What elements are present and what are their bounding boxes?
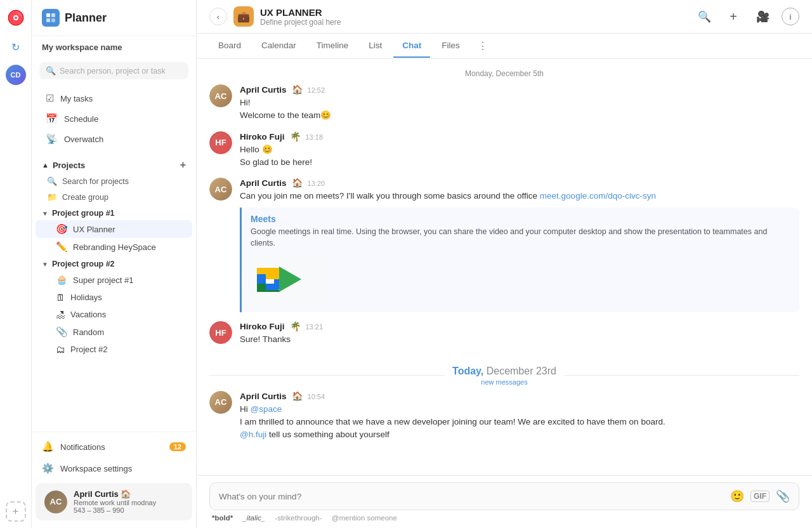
user-status: Remote work until modnay bbox=[74, 499, 183, 506]
message-avatar-hiroko: HF bbox=[209, 321, 232, 344]
search-projects-label: Search for projects bbox=[62, 177, 129, 186]
message-avatar-april: AC bbox=[209, 178, 232, 201]
tab-board[interactable]: Board bbox=[209, 34, 250, 58]
overwatch-icon: 📡 bbox=[46, 133, 58, 145]
project-item-label: Super project #1 bbox=[73, 275, 133, 285]
add-workspace-button[interactable]: + bbox=[6, 501, 26, 522]
sidebar-item-label: Schedule bbox=[64, 114, 98, 124]
super-icon: 🧁 bbox=[56, 274, 68, 286]
tab-calendar[interactable]: Calendar bbox=[252, 34, 305, 58]
project-item-holidays[interactable]: 🗓 Holidays bbox=[36, 289, 192, 306]
sidebar-bottom: 🔔 Notifications 12 ⚙️ Workspace settings… bbox=[32, 432, 196, 528]
gif-button[interactable]: GIF bbox=[750, 491, 769, 502]
tab-files[interactable]: Files bbox=[433, 34, 469, 58]
author-badge-icon: 🏠 bbox=[292, 391, 303, 401]
search-placeholder: Search person, project or task bbox=[60, 67, 166, 76]
message-text: Hello 😊 bbox=[240, 143, 799, 156]
tab-timeline[interactable]: Timeline bbox=[308, 34, 358, 58]
project-item-ux-planner[interactable]: 🎯 UX Planner bbox=[36, 220, 192, 238]
project-item-label: UX Planner bbox=[73, 225, 115, 234]
message-avatar-hiroko: HF bbox=[209, 131, 232, 154]
refresh-icon[interactable]: ↻ bbox=[4, 36, 27, 58]
strikethrough-hint: -strikethrough- bbox=[275, 514, 322, 522]
info-button[interactable]: i bbox=[782, 8, 799, 25]
search-projects-action[interactable]: 🔍 Search for projects bbox=[32, 173, 196, 189]
today-divider-text: Today, December 23rd new messages bbox=[452, 366, 556, 386]
project-info: UX PLANNER Define project goal here bbox=[260, 7, 688, 27]
chat-messages[interactable]: Monday, December 5th AC April Curtis 🏠 1… bbox=[197, 59, 812, 475]
tab-more-button[interactable]: ⋮ bbox=[474, 34, 492, 58]
project-group-2-header[interactable]: ▼ Project group #2 bbox=[32, 256, 196, 271]
message-text: Hi @space bbox=[240, 403, 799, 416]
add-project-button[interactable]: + bbox=[180, 159, 186, 171]
projects-chevron-icon: ▲ bbox=[42, 161, 49, 169]
app-title: Planner bbox=[65, 11, 107, 25]
group1-label: Project group #1 bbox=[52, 209, 115, 218]
link-preview: Meets Google meetings in real time. Usin… bbox=[240, 208, 799, 312]
today-divider: Today, December 23rd new messages bbox=[209, 355, 799, 391]
message-content: Hiroko Fuji 🌴 13:21 Sure! Thanks bbox=[240, 321, 799, 346]
sidebar-nav: ☑ My tasks 📅 Schedule 📡 Overwatch bbox=[32, 83, 196, 154]
project2-icon: 🗂 bbox=[56, 344, 65, 355]
workspace-name: My workspace name bbox=[32, 36, 196, 58]
create-group-action[interactable]: 📁 Create group bbox=[32, 189, 196, 205]
project-item-project2[interactable]: 🗂 Project #2 bbox=[36, 341, 192, 358]
notifications-item[interactable]: 🔔 Notifications 12 bbox=[32, 436, 196, 458]
app-logo-icon[interactable] bbox=[4, 6, 27, 29]
user-profile[interactable]: AC April Curtis 🏠 Remote work until modn… bbox=[36, 483, 192, 520]
user-name: April Curtis 🏠 bbox=[74, 489, 183, 499]
project-item-rebranding[interactable]: ✏️ Rebranding HeySpace bbox=[36, 238, 192, 256]
tab-list[interactable]: List bbox=[360, 34, 391, 58]
project-item-vacations[interactable]: 🏖 Vacations bbox=[36, 306, 192, 323]
sidebar-item-schedule[interactable]: 📅 Schedule bbox=[36, 109, 192, 129]
settings-icon: ⚙️ bbox=[42, 463, 54, 474]
tab-bar: Board Calendar Timeline List Chat Files … bbox=[197, 34, 812, 59]
project-item-random[interactable]: 📎 Random bbox=[36, 323, 192, 341]
svg-rect-6 bbox=[51, 18, 55, 22]
sidebar-item-overwatch[interactable]: 📡 Overwatch bbox=[36, 129, 192, 149]
project-item-label: Project #2 bbox=[70, 345, 108, 354]
workspace-avatar[interactable]: CD bbox=[6, 65, 26, 85]
topbar: ‹ 💼 UX PLANNER Define project goal here … bbox=[197, 0, 812, 34]
holidays-icon: 🗓 bbox=[56, 292, 65, 303]
video-button[interactable]: 🎥 bbox=[752, 6, 773, 27]
chat-input[interactable] bbox=[219, 492, 724, 501]
message-header: April Curtis 🏠 12:52 bbox=[240, 84, 799, 95]
chat-input-box: 🙂 GIF 📎 bbox=[209, 482, 799, 510]
link-preview-desc: Google meetings in real time. Using the … bbox=[251, 227, 790, 249]
workspace-settings-label: Workspace settings bbox=[60, 464, 132, 473]
svg-rect-3 bbox=[46, 13, 50, 17]
chat-input-area: 🙂 GIF 📎 *bold* _italic_ -strikethrough- … bbox=[197, 475, 812, 528]
message-header: Hiroko Fuji 🌴 13:18 bbox=[240, 131, 799, 142]
link-preview-title: Meets bbox=[251, 214, 790, 224]
tab-chat[interactable]: Chat bbox=[393, 34, 430, 58]
message-content: Hiroko Fuji 🌴 13:18 Hello 😊 So glad to b… bbox=[240, 131, 799, 169]
message-item: AC April Curtis 🏠 12:52 Hi! Welcome to t… bbox=[209, 84, 799, 122]
svg-point-2 bbox=[15, 16, 17, 19]
search-button[interactable]: 🔍 bbox=[694, 6, 714, 27]
sidebar-item-my-tasks[interactable]: ☑ My tasks bbox=[36, 88, 192, 109]
back-button[interactable]: ‹ bbox=[209, 8, 227, 25]
attachment-button[interactable]: 📎 bbox=[776, 489, 790, 503]
bold-hint: *bold* bbox=[212, 514, 233, 522]
add-button[interactable]: + bbox=[723, 6, 743, 27]
project-group-1-header[interactable]: ▼ Project group #1 bbox=[32, 205, 196, 220]
notifications-label: Notifications bbox=[60, 442, 105, 452]
icon-bar: ↻ CD + bbox=[0, 0, 32, 528]
chat-formatting-hints: *bold* _italic_ -strikethrough- @mention… bbox=[209, 510, 799, 524]
message-text: Sure! Thanks bbox=[240, 333, 799, 346]
message-header: Hiroko Fuji 🌴 13:21 bbox=[240, 321, 799, 331]
message-time: 10:54 bbox=[308, 393, 325, 400]
meets-link[interactable]: meet.google.com/dqo-civc-syn bbox=[540, 191, 656, 201]
projects-collapse-toggle[interactable]: ▲ Projects bbox=[42, 161, 85, 170]
author-badge-icon: 🌴 bbox=[290, 131, 301, 142]
message-content: April Curtis 🏠 12:52 Hi! Welcome to the … bbox=[240, 84, 799, 122]
message-text: Hi! bbox=[240, 96, 799, 109]
message-header: April Curtis 🏠 10:54 bbox=[240, 391, 799, 401]
svg-rect-5 bbox=[46, 18, 50, 22]
emoji-button[interactable]: 🙂 bbox=[730, 489, 744, 503]
user-phone: 543 – 385 – 990 bbox=[74, 506, 183, 514]
project-item-super[interactable]: 🧁 Super project #1 bbox=[36, 271, 192, 289]
sidebar-search[interactable]: 🔍 Search person, project or task bbox=[39, 62, 188, 79]
workspace-settings-item[interactable]: ⚙️ Workspace settings bbox=[32, 458, 196, 479]
